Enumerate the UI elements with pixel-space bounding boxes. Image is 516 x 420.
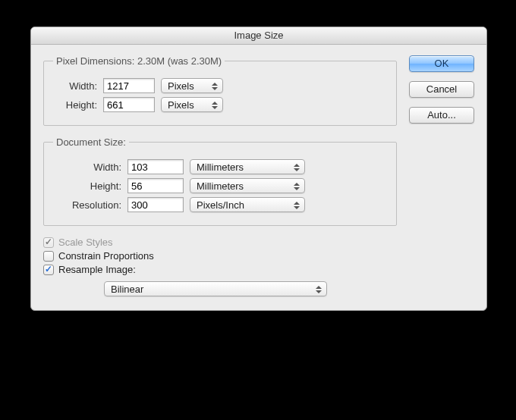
constrain-proportions-row[interactable]: Constrain Proportions — [43, 250, 397, 262]
constrain-proportions-checkbox[interactable] — [43, 251, 54, 262]
ds-width-label: Width: — [53, 161, 121, 173]
pd-height-input[interactable] — [103, 97, 155, 112]
pd-height-label: Height: — [53, 99, 97, 111]
ds-height-unit-select[interactable]: Millimeters — [190, 178, 305, 193]
document-size-legend: Document Size: — [53, 136, 129, 148]
resample-image-checkbox[interactable] — [43, 265, 54, 275]
dialog-title: Image Size — [31, 27, 486, 45]
pixel-dimensions-group: Pixel Dimensions: 2.30M (was 2.30M) Widt… — [43, 55, 397, 126]
pd-width-label: Width: — [53, 80, 97, 92]
ds-resolution-unit-value: Pixels/Inch — [197, 199, 244, 211]
constrain-proportions-label: Constrain Proportions — [58, 250, 154, 262]
stepper-icon — [314, 283, 323, 296]
image-size-dialog: Image Size Pixel Dimensions: 2.30M (was … — [30, 27, 487, 311]
pd-height-unit-select[interactable]: Pixels — [161, 97, 223, 112]
resample-method-value: Bilinear — [111, 284, 143, 295]
scale-styles-checkbox — [43, 237, 54, 248]
scale-styles-row: Scale Styles — [43, 237, 397, 248]
ds-width-unit-value: Millimeters — [197, 161, 244, 173]
cancel-button[interactable]: Cancel — [409, 81, 474, 98]
stepper-icon — [292, 199, 301, 212]
ds-height-unit-value: Millimeters — [197, 180, 244, 192]
pd-width-unit-select[interactable]: Pixels — [161, 78, 223, 93]
stepper-icon — [210, 99, 219, 112]
auto-button[interactable]: Auto... — [409, 107, 474, 124]
stepper-icon — [292, 180, 301, 193]
ds-width-unit-select[interactable]: Millimeters — [190, 159, 305, 174]
stepper-icon — [210, 80, 219, 93]
scale-styles-label: Scale Styles — [58, 237, 113, 248]
pd-height-unit-value: Pixels — [168, 99, 194, 111]
pd-width-unit-value: Pixels — [168, 80, 194, 92]
ds-resolution-label: Resolution: — [53, 199, 121, 211]
ds-resolution-unit-select[interactable]: Pixels/Inch — [190, 197, 305, 212]
stepper-icon — [292, 161, 301, 174]
pd-width-input[interactable] — [103, 78, 155, 93]
ds-height-input[interactable] — [127, 178, 184, 193]
resample-image-label: Resample Image: — [58, 264, 136, 275]
document-size-group: Document Size: Width: Millimeters Height… — [43, 136, 397, 226]
ds-height-label: Height: — [53, 180, 121, 192]
ds-resolution-input[interactable] — [127, 197, 184, 212]
resample-method-select[interactable]: Bilinear — [104, 281, 327, 296]
pixel-dimensions-legend: Pixel Dimensions: 2.30M (was 2.30M) — [53, 55, 225, 67]
resample-image-row[interactable]: Resample Image: — [43, 264, 397, 275]
ds-width-input[interactable] — [127, 159, 184, 174]
ok-button[interactable]: OK — [409, 55, 474, 72]
